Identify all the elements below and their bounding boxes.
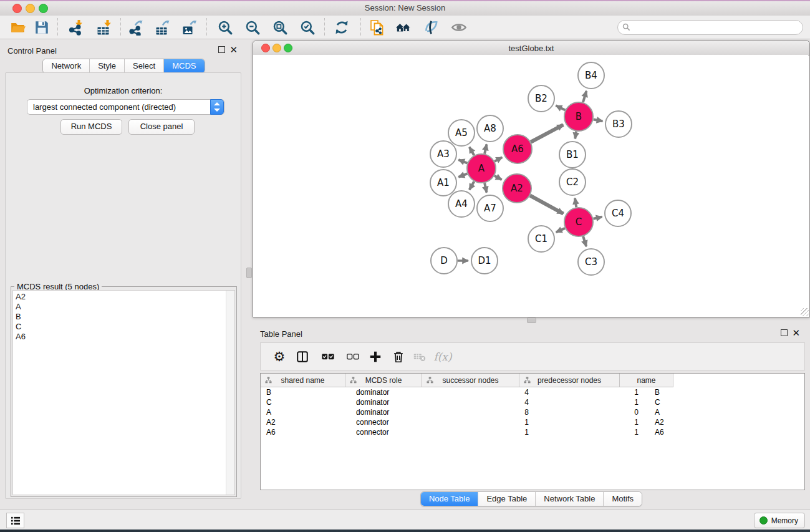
edge-A-A5[interactable] <box>470 147 475 155</box>
network-canvas[interactable]: B4B2BB3A8A5A6A3B1AA1C2A2A4A7C4CC1C3DD1 <box>253 55 808 316</box>
home-icon[interactable] <box>395 19 412 36</box>
select-all-icon[interactable] <box>319 348 337 365</box>
table-cell[interactable]: 1 <box>539 387 648 397</box>
edge-A-A7[interactable] <box>485 183 486 192</box>
table-cell[interactable]: 4 <box>432 397 539 407</box>
horizontal-splitter-handle[interactable] <box>527 317 536 323</box>
delete-table-icon[interactable] <box>411 348 428 365</box>
table-cell[interactable]: 1 <box>539 397 648 407</box>
table-cell[interactable]: A2 <box>261 417 350 427</box>
zoom-in-icon[interactable] <box>216 19 234 36</box>
edge-C-C1[interactable] <box>556 228 565 232</box>
network-window-titlebar[interactable]: testGlobe.txt <box>253 41 809 56</box>
tab-mcds[interactable]: MCDS <box>164 59 204 73</box>
column-header-name[interactable]: name <box>620 374 673 387</box>
tab-motifs[interactable]: Motifs <box>604 492 642 506</box>
zoom-out-icon[interactable] <box>244 19 261 36</box>
table-row[interactable]: A6connector11A6 <box>261 427 804 437</box>
edge-C-C3[interactable] <box>583 236 586 246</box>
window-titlebar[interactable]: Session: New Session <box>0 0 810 16</box>
table-cell[interactable]: A <box>648 407 708 417</box>
table-cell[interactable]: 8 <box>432 407 539 417</box>
table-cell[interactable]: C <box>261 397 350 407</box>
import-network-icon[interactable] <box>67 19 84 36</box>
table-options-gear-icon[interactable]: ⚙ <box>271 348 288 365</box>
float-panel-icon[interactable] <box>218 46 225 53</box>
run-mcds-button[interactable]: Run MCDS <box>60 119 122 135</box>
close-panel-icon[interactable]: ✕ <box>792 330 800 336</box>
search-field[interactable] <box>617 20 803 35</box>
window-resize-grip[interactable] <box>801 308 809 316</box>
table-cell[interactable]: B <box>648 387 708 397</box>
table-cell[interactable]: dominator <box>350 397 432 407</box>
deselect-all-icon[interactable] <box>344 348 362 365</box>
edge-A-A3[interactable] <box>458 160 467 163</box>
close-panel-button[interactable]: Close panel <box>128 119 195 135</box>
tab-edge-table[interactable]: Edge Table <box>478 492 536 506</box>
table-cell[interactable]: 0 <box>539 407 648 417</box>
add-column-icon[interactable] <box>367 348 384 365</box>
table-cell[interactable]: A <box>261 407 350 417</box>
edge-A-A1[interactable] <box>458 173 467 177</box>
column-header-predecessor-nodes[interactable]: predecessor nodes <box>519 374 620 387</box>
tab-network-table[interactable]: Network Table <box>536 492 604 506</box>
edge-B-B3[interactable] <box>594 119 603 121</box>
table-cell[interactable]: B <box>261 387 350 397</box>
table-cell[interactable]: connector <box>350 427 432 437</box>
delete-columns-trash-icon[interactable] <box>390 348 407 365</box>
table-row[interactable]: Adominator80A <box>261 407 804 417</box>
save-session-icon[interactable] <box>33 19 51 36</box>
export-image-icon[interactable] <box>181 19 198 36</box>
edge-A2-C[interactable] <box>530 195 563 213</box>
tab-select[interactable]: Select <box>125 59 164 73</box>
export-network-icon[interactable] <box>127 19 145 36</box>
table-row[interactable]: A2connector11A2 <box>261 417 804 427</box>
zoom-selected-icon[interactable] <box>299 19 316 36</box>
network-document-icon[interactable] <box>369 19 386 36</box>
tab-network[interactable]: Network <box>43 59 90 73</box>
mcds-result-item[interactable]: A6 <box>16 332 234 342</box>
edge-B-B2[interactable] <box>556 105 565 110</box>
edge-A-A8[interactable] <box>485 144 486 153</box>
table-cell[interactable]: A6 <box>648 427 708 437</box>
table-cell[interactable]: dominator <box>350 387 432 397</box>
edge-A6-B[interactable] <box>531 125 563 142</box>
mcds-result-item[interactable]: A <box>16 302 234 312</box>
table-row[interactable]: Bdominator41B <box>261 387 804 397</box>
edge-A-A6[interactable] <box>494 157 502 161</box>
table-cell[interactable]: connector <box>350 417 432 427</box>
table-cell[interactable]: C <box>648 397 708 407</box>
show-hide-eye-icon[interactable] <box>450 19 468 36</box>
close-panel-icon[interactable]: ✕ <box>229 47 238 52</box>
table-cell[interactable]: 4 <box>432 387 539 397</box>
edge-B-B4[interactable] <box>583 91 586 102</box>
table-cell[interactable]: A6 <box>261 427 350 437</box>
column-header-shared-name[interactable]: shared name <box>261 374 345 387</box>
vertical-splitter-handle[interactable] <box>246 268 252 278</box>
column-header-mcds-role[interactable]: MCDS role <box>345 374 422 387</box>
memory-button[interactable]: Memory <box>754 513 805 528</box>
task-list-icon[interactable] <box>6 513 24 528</box>
column-header-successor-nodes[interactable]: successor nodes <box>422 374 519 387</box>
edge-A-A2[interactable] <box>494 176 502 180</box>
edge-C-C2[interactable] <box>575 198 576 208</box>
table-cell[interactable]: 1 <box>432 417 539 427</box>
split-view-icon[interactable] <box>294 348 311 365</box>
table-cell[interactable]: 1 <box>539 427 648 437</box>
open-file-icon[interactable] <box>9 19 27 36</box>
mcds-result-list[interactable]: A2ABCA6 <box>12 290 235 495</box>
table-cell[interactable]: A2 <box>648 417 708 427</box>
criterion-dropdown[interactable]: largest connected component (directed) <box>27 99 224 115</box>
import-table-icon[interactable] <box>95 19 113 36</box>
tab-node-table[interactable]: Node Table <box>421 492 479 506</box>
zoom-fit-icon[interactable] <box>271 19 289 36</box>
export-table-icon[interactable] <box>154 19 171 36</box>
function-builder-icon[interactable]: f(x) <box>434 348 451 365</box>
refresh-layout-icon[interactable] <box>333 19 350 36</box>
table-row[interactable]: Cdominator41C <box>261 397 804 407</box>
mcds-result-item[interactable]: A2 <box>16 292 234 302</box>
mcds-result-item[interactable]: B <box>16 312 234 322</box>
list-scrollbar[interactable] <box>226 291 234 495</box>
edge-C-C4[interactable] <box>593 217 602 219</box>
style-paint-icon[interactable] <box>422 19 440 36</box>
